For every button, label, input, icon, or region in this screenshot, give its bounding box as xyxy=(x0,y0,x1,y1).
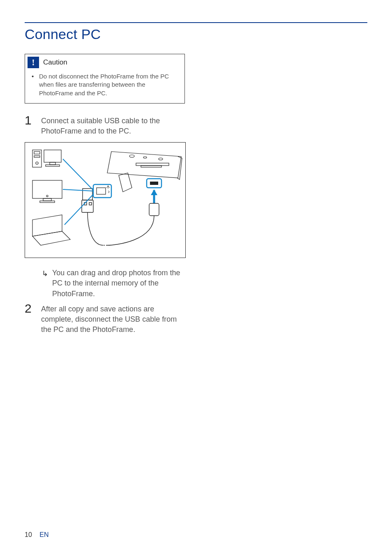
step-2: 2 After all copy and save actions are co… xyxy=(25,302,185,335)
svg-rect-9 xyxy=(40,201,55,203)
caution-header: ! Caution xyxy=(25,54,184,69)
svg-rect-18 xyxy=(149,203,159,216)
svg-point-11 xyxy=(129,155,134,157)
svg-point-12 xyxy=(143,157,147,158)
step-number: 2 xyxy=(25,302,34,335)
result-text: You can drag and drop photos from the PC… xyxy=(52,268,185,299)
svg-rect-21 xyxy=(89,203,92,205)
step-1-result: ↳ You can drag and drop photos from the … xyxy=(42,268,185,299)
svg-rect-19 xyxy=(82,200,93,212)
steps-list: 1 Connect a suitable USB cable to the Ph… xyxy=(25,114,185,335)
svg-rect-7 xyxy=(32,180,62,198)
top-rule xyxy=(25,22,367,23)
step-text: Connect a suitable USB cable to the Phot… xyxy=(41,114,185,136)
svg-rect-15 xyxy=(141,166,161,167)
page-footer: 10 EN xyxy=(25,531,48,539)
manual-page: Connect PC ! Caution Do not disconnect t… xyxy=(0,0,392,555)
caution-item: Do not disconnect the PhotoFrame from th… xyxy=(37,72,179,97)
connection-illustration xyxy=(25,142,186,258)
step-text: After all copy and save actions are comp… xyxy=(41,302,185,335)
svg-rect-8 xyxy=(43,198,51,201)
caution-box: ! Caution Do not disconnect the PhotoFra… xyxy=(25,54,185,104)
svg-rect-4 xyxy=(44,150,61,162)
svg-line-25 xyxy=(63,159,93,190)
svg-rect-1 xyxy=(34,152,40,154)
caution-body: Do not disconnect the PhotoFrame from th… xyxy=(25,69,184,103)
svg-rect-2 xyxy=(34,156,40,157)
svg-point-13 xyxy=(159,158,163,160)
left-column: Connect PC ! Caution Do not disconnect t… xyxy=(25,26,185,335)
page-number: 10 xyxy=(25,531,32,538)
section-title: Connect PC xyxy=(25,26,185,42)
language-code: EN xyxy=(39,531,48,538)
svg-point-3 xyxy=(36,162,38,164)
svg-rect-0 xyxy=(32,150,42,167)
step-1: 1 Connect a suitable USB cable to the Ph… xyxy=(25,114,185,136)
svg-point-10 xyxy=(46,195,48,197)
svg-rect-6 xyxy=(46,165,60,166)
step-number: 1 xyxy=(25,114,34,136)
svg-rect-5 xyxy=(50,162,55,165)
svg-rect-14 xyxy=(136,163,169,166)
svg-rect-17 xyxy=(150,182,158,185)
result-arrow-icon: ↳ xyxy=(42,268,48,299)
caution-icon: ! xyxy=(28,57,39,68)
svg-line-26 xyxy=(63,189,93,191)
caution-label: Caution xyxy=(43,58,67,67)
svg-line-27 xyxy=(65,194,93,225)
